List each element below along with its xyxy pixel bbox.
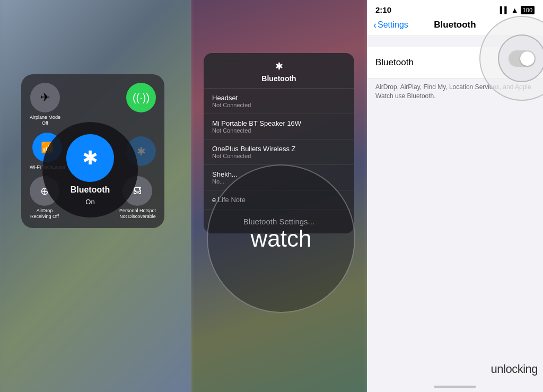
nav-title: Bluetooth bbox=[434, 20, 476, 30]
device-status-mi-speaker: Not Connected bbox=[212, 127, 346, 134]
battery-icon: 100 bbox=[521, 6, 535, 14]
right-panel: 2:10 ▌▌ ▲ 100 ‹ Settings Bluetooth Bluet… bbox=[367, 0, 543, 392]
airplane-icon: ✈ bbox=[40, 91, 50, 104]
wifi-toggle-tile[interactable]: ((·)) bbox=[126, 83, 156, 126]
circle-toggle bbox=[509, 50, 536, 67]
bluetooth-menu-header: ✱ Bluetooth bbox=[204, 53, 354, 89]
device-name-mi-speaker: Mi Portable BT Speaker 16W bbox=[212, 119, 346, 127]
back-label: Settings bbox=[378, 20, 408, 30]
back-arrow-icon: ‹ bbox=[373, 20, 376, 31]
airplane-button[interactable]: ✈ bbox=[30, 83, 60, 112]
mid-circle-overlay: watch bbox=[207, 164, 355, 313]
status-time: 2:10 bbox=[375, 5, 391, 14]
status-icons: ▌▌ ▲ 100 bbox=[500, 6, 535, 14]
bluetooth-menu-title: Bluetooth bbox=[261, 74, 296, 83]
airdrop-label: AirDropReceiving Off bbox=[30, 208, 59, 220]
wifi-toggle-icon: ((·)) bbox=[133, 92, 150, 104]
right-circle-inner bbox=[498, 34, 543, 82]
home-indicator bbox=[434, 386, 476, 388]
device-name-headset: Headset bbox=[212, 94, 346, 102]
wifi-toggle-button[interactable]: ((·)) bbox=[126, 83, 156, 112]
bluetooth-menu-icon: ✱ bbox=[275, 60, 283, 72]
airplane-tile[interactable]: ✈ Airplane ModeOff bbox=[30, 83, 60, 126]
bluetooth-overlay-label: Bluetooth bbox=[71, 185, 110, 195]
bluetooth-large-icon: ✱ bbox=[82, 147, 98, 169]
left-panel: ✈ Airplane ModeOff ((·)) 📶 Wi-Fi TechLat… bbox=[0, 0, 191, 392]
watch-overlay-text: watch bbox=[251, 225, 312, 252]
bluetooth-icon: ✱ bbox=[137, 145, 146, 158]
bluetooth-circle-overlay: ✱ Bluetooth On bbox=[42, 122, 138, 217]
bluetooth-circle-inner: ✱ bbox=[66, 134, 114, 182]
device-item-oneplus[interactable]: OnePlus Bullets Wireless Z Not Connected bbox=[204, 140, 354, 165]
device-item-mi-speaker[interactable]: Mi Portable BT Speaker 16W Not Connected bbox=[204, 114, 354, 140]
device-status-oneplus: Not Connected bbox=[212, 153, 346, 159]
device-item-headset[interactable]: Headset Not Connected bbox=[204, 89, 354, 114]
cc-top-row: ✈ Airplane ModeOff ((·)) bbox=[30, 83, 156, 126]
device-status-headset: Not Connected bbox=[212, 102, 346, 108]
unlocking-text: unlocking bbox=[491, 362, 538, 376]
bluetooth-overlay-sub: On bbox=[85, 198, 94, 206]
circle-knob bbox=[520, 51, 535, 66]
watch-text: watch bbox=[251, 225, 312, 251]
signal-icon: ▌▌ bbox=[500, 6, 509, 14]
back-button[interactable]: ‹ Settings bbox=[373, 20, 408, 31]
status-bar: 2:10 ▌▌ ▲ 100 bbox=[367, 0, 543, 16]
device-name-oneplus: OnePlus Bullets Wireless Z bbox=[212, 145, 346, 153]
wifi-status-icon: ▲ bbox=[511, 6, 519, 14]
hotspot-label: Personal HotspotNot Discoverable bbox=[119, 208, 156, 220]
hotspot-icon: ⛾ bbox=[133, 186, 142, 196]
mid-panel: ✱ Bluetooth Headset Not Connected Mi Por… bbox=[191, 0, 367, 392]
airplane-label: Airplane ModeOff bbox=[30, 115, 60, 126]
